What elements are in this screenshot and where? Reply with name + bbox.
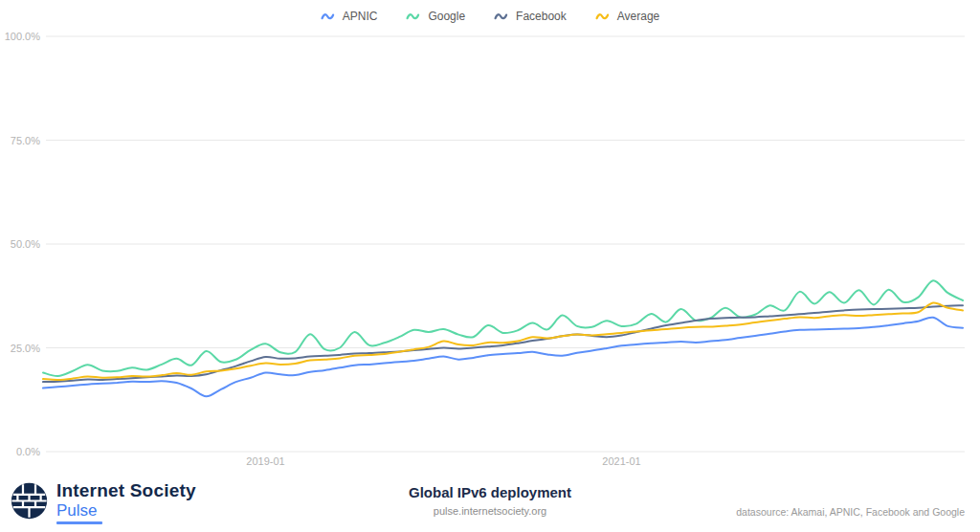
ipv6-deployment-chart: 100.0%75.0%50.0%25.0%0.0%2019-012021-01 — [0, 0, 980, 478]
series-line-average — [43, 303, 963, 380]
footer: Internet Society Pulse Global IPv6 deplo… — [0, 478, 980, 532]
series-line-apnic — [43, 318, 963, 397]
datasource-note: datasource: Akamai, APNIC, Facebook and … — [736, 506, 965, 518]
chart-title: Global IPv6 deployment — [0, 484, 980, 500]
y-axis-label: 0.0% — [16, 446, 40, 457]
y-axis-label: 100.0% — [5, 31, 41, 42]
y-axis-label: 25.0% — [11, 343, 40, 354]
x-axis-label: 2019-01 — [246, 455, 284, 467]
y-axis-label: 75.0% — [11, 135, 40, 146]
pulse-underline — [56, 521, 102, 524]
y-axis-label: 50.0% — [11, 238, 40, 250]
series-line-google — [43, 280, 963, 376]
x-axis-label: 2021-01 — [602, 455, 640, 467]
